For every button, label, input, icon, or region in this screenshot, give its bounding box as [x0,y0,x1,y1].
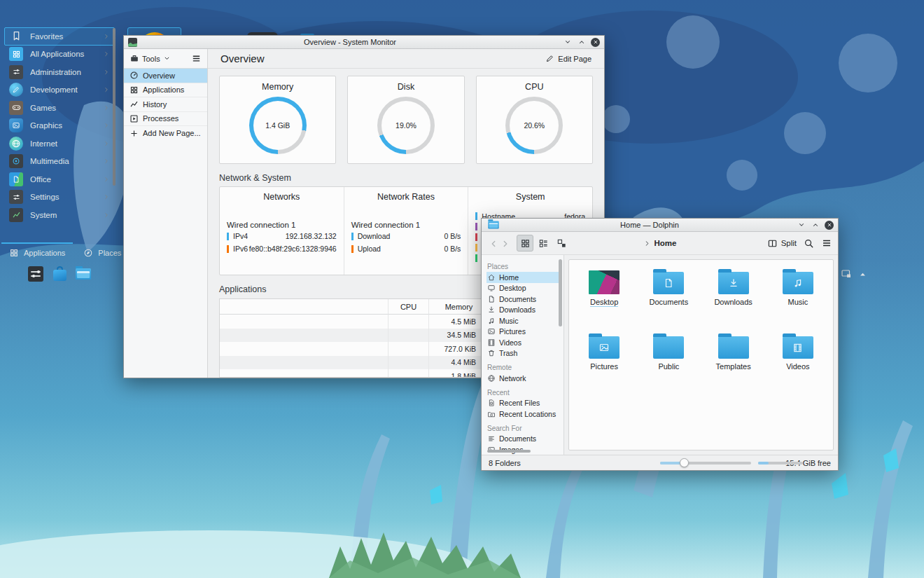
sidebar-item-history[interactable]: History [124,97,207,112]
tab-applications[interactable]: Applications [0,242,74,263]
category-administration[interactable]: Administration [4,63,115,81]
dolphin-titlebar[interactable]: Home — Dolphin [482,219,838,232]
places-section-title: Recent [487,389,564,397]
folder-templates[interactable]: Templates [701,331,766,371]
place-home[interactable]: Home [486,272,559,283]
cpu-gauge: 20.6% [505,97,563,154]
icons-view-button[interactable] [517,235,533,252]
maximize-icon[interactable] [577,38,586,47]
minimize-icon[interactable] [563,38,572,47]
sensor-color-bar [227,233,229,240]
folder-videos[interactable]: Videos [766,331,830,371]
details-view-button[interactable] [535,235,552,252]
category-games[interactable]: Games [4,99,115,117]
search-button[interactable] [804,238,814,249]
place-trash[interactable]: Trash [486,348,564,359]
place-pictures[interactable]: Pictures [486,326,564,338]
process-icon [130,114,139,123]
office-icon [9,172,23,186]
place-videos[interactable]: Videos [486,337,564,348]
folder-documents[interactable]: Documents [636,267,701,306]
category-office[interactable]: Office [4,170,115,188]
image-icon [487,327,496,336]
network-icon[interactable] [841,268,852,280]
networks-column: Networks Wired connection 1 IPv4 192.168… [220,187,344,275]
dolphin-statusbar: 8 Folders 15.4 GiB free [482,455,838,470]
place-recent-files[interactable]: Recent Files [486,398,564,409]
trash-icon [487,349,496,357]
column-header-name[interactable] [220,299,388,315]
kickoff-categories: Favorites All Applications Administratio… [0,24,118,242]
category-all-applications[interactable]: All Applications [4,46,115,64]
close-icon[interactable] [591,38,600,47]
development-icon [9,83,23,97]
column-header-memory[interactable]: Memory [428,299,489,315]
folder-desktop[interactable]: Desktop [572,267,636,307]
folder-pictures[interactable]: Pictures [572,331,636,371]
category-internet[interactable]: Internet [4,135,115,153]
tree-view-button[interactable] [553,235,570,252]
sidebar-item-processes[interactable]: Processes [124,112,207,127]
edit-page-button[interactable]: Edit Page [545,54,592,63]
download-icon [728,277,739,289]
tab-places[interactable]: Places [74,242,130,263]
sidebar-item-add-new-page[interactable]: Add New Page... [124,126,207,141]
sensor-color-bar [475,254,477,262]
download-icon [487,305,496,314]
kickoff-scrollbar[interactable] [113,28,115,186]
folder-icon [653,272,684,294]
sidebar-item-applications[interactable]: Applications [124,83,207,98]
maximize-icon[interactable] [811,221,820,230]
grid-icon [130,85,139,95]
category-favorites[interactable]: Favorites [4,27,115,46]
category-system[interactable]: System [4,206,115,224]
folder-public[interactable]: Public [636,331,701,371]
place-desktop[interactable]: Desktop [486,283,564,294]
gamepad-icon [9,101,23,115]
sensor-color-bar [475,233,477,241]
chevron-right-icon [103,140,110,147]
burger-icon [821,238,832,249]
category-multimedia[interactable]: Multimedia [4,153,115,171]
category-graphics[interactable]: Graphics [4,117,115,135]
desktop-preview-icon [589,270,620,294]
minimize-icon[interactable] [797,221,806,230]
place-recent-locations[interactable]: Recent Locations [486,408,564,420]
breadcrumb[interactable]: Home [643,239,677,247]
chevron-right-icon [103,212,110,219]
category-settings[interactable]: Settings [4,188,115,207]
document-list-icon [487,434,496,443]
category-development[interactable]: Development [4,81,115,99]
search-documents[interactable]: Documents [486,434,564,445]
place-documents[interactable]: Documents [486,294,564,305]
close-icon[interactable] [825,221,834,230]
folder-music[interactable]: Music [766,267,830,306]
sidebar-item-overview[interactable]: Overview [124,69,207,83]
folder-downloads[interactable]: Downloads [701,267,766,306]
split-button[interactable]: Split [767,238,797,249]
chevron-right-icon [103,193,110,200]
upload-row: Upload 0 B/s [351,243,461,254]
place-network[interactable]: Network [486,373,564,384]
zoom-slider-handle[interactable] [680,458,689,467]
places-horizontal-scrollbar[interactable] [487,450,531,453]
place-music[interactable]: Music [486,315,564,326]
menu-button[interactable] [821,238,832,249]
forward-button[interactable] [499,238,511,249]
column-header-cpu[interactable]: CPU [388,299,428,315]
back-button[interactable] [487,238,499,249]
sidebar-burger-icon[interactable] [191,53,202,64]
places-section-title: Places [487,263,564,270]
system-monitor-titlebar[interactable]: Overview - System Monitor [124,36,604,49]
places-scrollbar[interactable] [559,259,562,326]
zoom-slider[interactable] [660,462,751,465]
folder-view: Desktop Documents Downloads Music Pictur… [564,255,838,455]
expand-tray-icon[interactable] [858,270,867,279]
tools-menu[interactable]: Tools [142,55,160,63]
download-row: Download 0 B/s [351,230,461,242]
tree-view-icon [556,238,567,249]
place-downloads[interactable]: Downloads [486,305,564,316]
globe-icon [9,137,23,151]
sensor-color-bar [227,245,229,253]
gauge-icon [130,71,139,80]
